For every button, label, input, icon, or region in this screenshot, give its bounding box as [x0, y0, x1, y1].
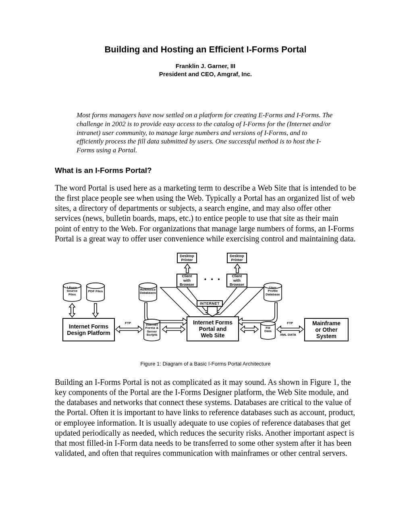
abstract: Most forms managers have now settled on … [77, 111, 334, 155]
ellipsis: • • • [204, 276, 221, 283]
paragraph-2: Building an I-Forms Portal is not as com… [55, 377, 356, 459]
xml-data-label: XML DATA [280, 333, 296, 337]
reference-databases: ReferenceDatabases [138, 283, 158, 302]
forms-scripts-db: InternetForms &ServerScripts [143, 319, 161, 341]
svg-point-3 [87, 283, 104, 289]
desktop-printer-2: DesktopPrinter [227, 253, 247, 263]
ftp-label-2: FTP [287, 321, 293, 325]
paragraph-1: The word Portal is used here as a market… [55, 183, 356, 244]
arrow-down-icon [93, 303, 98, 317]
document-title: Building and Hosting an Efficient I-Form… [55, 44, 356, 55]
internet-label: INTERNET [197, 300, 223, 307]
architecture-diagram: DesktopPrinter DesktopPrinter Clientwith… [62, 253, 349, 353]
arrow-leftright-icon [116, 326, 142, 332]
portal-box: Internet FormsPortal andWeb Site [187, 316, 239, 341]
iform-source-files-db: I-FormSourceFiles [62, 283, 82, 302]
figure-caption: Figure 1: Diagram of a Basic I-Forms Por… [55, 361, 356, 367]
arrow-up-icon [235, 264, 240, 273]
arrow-updown-icon [69, 303, 75, 317]
figure-1: DesktopPrinter DesktopPrinter Clientwith… [55, 253, 356, 355]
author-name: Franklin J. Garner, III [55, 62, 356, 70]
user-profile-db: UserProfileDatabase [263, 283, 282, 302]
pdf-files-db: PDF Files [86, 283, 105, 302]
arrow-leftright-icon [241, 326, 258, 332]
ftp-label-1: FTP [125, 321, 131, 325]
author-role: President and CEO, Amgraf, Inc. [55, 70, 356, 78]
byline: Franklin J. Garner, III President and CE… [55, 62, 356, 78]
arrow-down-neck-icon [206, 307, 219, 316]
client-browser-2: ClientwithBrowser [226, 274, 247, 287]
design-platform-box: Internet FormsDesign Platform [62, 318, 115, 341]
arrow-up-icon [185, 264, 190, 273]
desktop-printer-1: DesktopPrinter [177, 253, 197, 263]
document-page: Building and Hosting an Efficient I-Form… [0, 0, 411, 532]
client-browser-1: ClientwithBrowser [176, 274, 197, 287]
fill-data-db: FillData [260, 321, 276, 340]
mainframe-box: Mainframeor OtherSystem [304, 318, 349, 341]
arrow-leftright-icon [162, 326, 185, 332]
svg-point-11 [261, 322, 275, 326]
section-heading: What is an I-Forms Portal? [55, 166, 356, 175]
arrow-leftright-icon [277, 326, 303, 332]
